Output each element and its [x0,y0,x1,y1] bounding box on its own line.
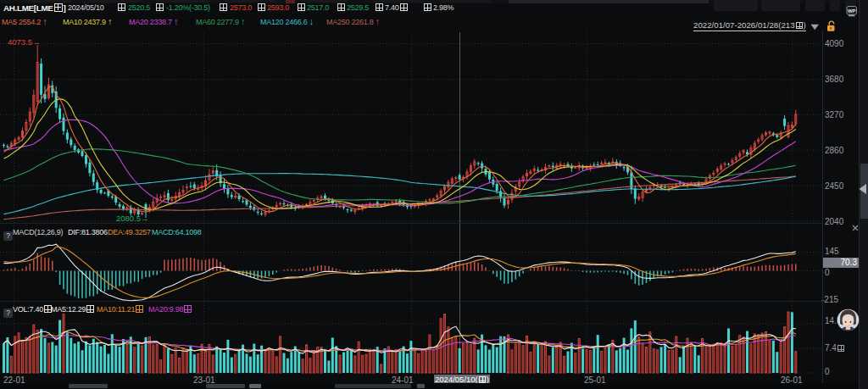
svg-text:WP: WP [848,8,856,14]
